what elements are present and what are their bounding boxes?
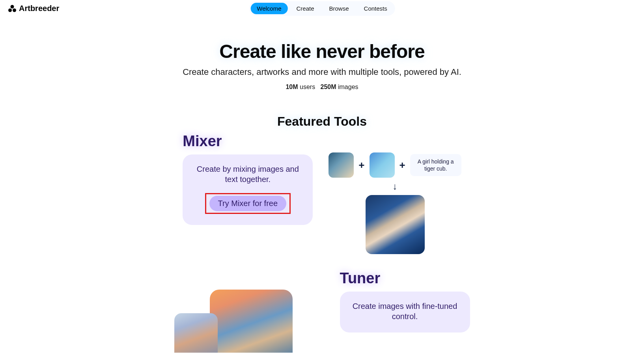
stat-users-label: users [300, 84, 315, 90]
mixer-title: Mixer [183, 133, 313, 150]
hero-section: Create like never before Create characte… [0, 41, 644, 91]
hero-stats: 10M users 250M images [8, 84, 636, 91]
tuner-description: Create images with fine-tuned control. [353, 301, 457, 321]
nav-create[interactable]: Create [290, 3, 320, 14]
tuner-title: Tuner [340, 270, 470, 287]
mixer-description: Create by mixing images and text togethe… [195, 164, 300, 184]
brand-logo[interactable]: Artbreeder [8, 4, 59, 13]
featured-tools-heading: Featured Tools [0, 114, 644, 129]
hero-subtitle: Create characters, artworks and more wit… [8, 67, 636, 77]
stat-images-value: 250M [320, 84, 336, 90]
mixer-card-wrap: Mixer Create by mixing images and text t… [183, 152, 313, 225]
mixer-input-image-2 [370, 152, 395, 178]
brand-name: Artbreeder [19, 4, 59, 13]
mixer-visual: + + A girl holding a tiger cub. ↓ [329, 152, 461, 254]
mixer-inputs: + + A girl holding a tiger cub. [329, 152, 461, 178]
hero-title: Create like never before [8, 41, 636, 62]
mixer-input-image-1 [329, 152, 354, 178]
tuner-visual [174, 290, 308, 353]
nav-welcome[interactable]: Welcome [250, 3, 287, 14]
tuner-image-large [210, 290, 293, 353]
tuner-card: Create images with fine-tuned control. [340, 292, 470, 333]
svg-point-2 [13, 8, 16, 12]
tuner-image-small [174, 313, 218, 353]
plus-icon: + [399, 159, 405, 171]
arrow-down-icon: ↓ [393, 181, 398, 192]
try-mixer-button[interactable]: Try Mixer for free [209, 196, 287, 211]
main-nav: Welcome Create Browse Contests [249, 1, 395, 16]
nav-browse[interactable]: Browse [323, 3, 355, 14]
tuner-card-wrap: Tuner Create images with fine-tuned cont… [340, 290, 470, 333]
mixer-output-image [366, 195, 425, 254]
mixer-section: Mixer Create by mixing images and text t… [0, 152, 644, 254]
mixer-card: Create by mixing images and text togethe… [183, 154, 313, 225]
nav-contests[interactable]: Contests [358, 3, 394, 14]
stat-images-label: images [338, 84, 358, 90]
logo-icon [8, 5, 17, 13]
stat-users-value: 10M [286, 84, 298, 90]
svg-point-1 [8, 8, 12, 12]
mixer-cta-highlight: Try Mixer for free [205, 193, 291, 214]
svg-point-0 [11, 5, 14, 8]
plus-icon: + [358, 159, 364, 171]
header: Artbreeder Welcome Create Browse Contest… [0, 0, 644, 17]
mixer-prompt-text: A girl holding a tiger cub. [410, 154, 461, 176]
tuner-section: Tuner Create images with fine-tuned cont… [0, 290, 644, 353]
